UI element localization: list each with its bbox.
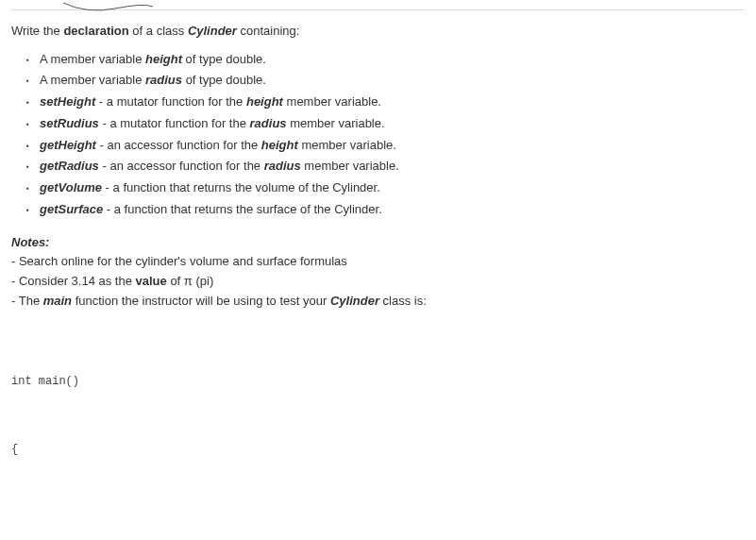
list-item: setRudius - a mutator function for the r… (40, 114, 745, 134)
intro-classname: Cylinder (188, 24, 237, 38)
list-item: getHeight - an accessor function for the… (40, 136, 745, 156)
intro-mid: of a class (129, 24, 188, 38)
list-item: setHeight - a mutator function for the h… (40, 93, 745, 112)
intro-suffix: containing: (237, 24, 300, 38)
list-item: getRadius - an accessor function for the… (40, 157, 745, 177)
notes-line-3: - The main function the instructor will … (11, 292, 745, 312)
list-item: A member variable radius of type double. (40, 71, 745, 91)
code-block: int main() { Cylinder tank; double Cylin… (11, 325, 745, 540)
top-divider (11, 9, 745, 10)
list-item: getSurface - a function that returns the… (40, 200, 745, 220)
list-item: A member variable height of type double. (40, 50, 745, 70)
notes-heading: Notes: (11, 233, 745, 252)
requirements-list: A member variable height of type double.… (11, 50, 745, 220)
code-line: int main() (11, 370, 745, 393)
notes-line-1: - Search online for the cylinder's volum… (11, 252, 745, 272)
intro-declaration: declaration (63, 24, 128, 38)
notes-block: - Search online for the cylinder's volum… (11, 252, 745, 311)
intro-paragraph: Write the declaration of a class Cylinde… (11, 22, 745, 41)
list-item: getVolume - a function that returns the … (40, 178, 745, 198)
code-line: { (11, 438, 745, 461)
scribble-decoration (59, 1, 162, 16)
notes-line-2: - Consider 3.14 as the value of π (pi) (11, 272, 745, 292)
intro-prefix: Write the (11, 24, 63, 38)
